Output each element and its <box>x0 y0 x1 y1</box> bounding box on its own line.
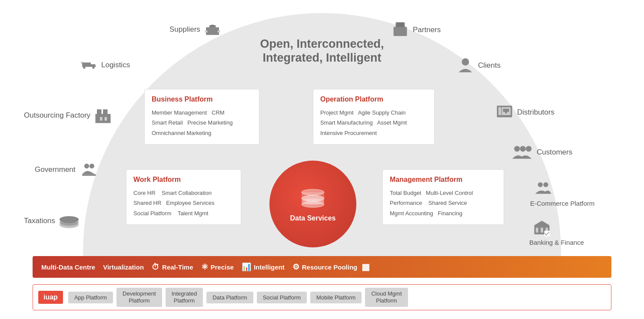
svg-rect-16 <box>394 27 407 36</box>
banking-icon <box>533 219 551 237</box>
ecommerce-text: E-Commerce Platform <box>530 199 594 208</box>
operation-platform-title: Operation Platform <box>320 95 427 103</box>
platform-row: iuap App Platform Development Platform I… <box>33 284 611 310</box>
bar-virtualization: Virtualization <box>103 263 144 271</box>
customers-icon <box>511 143 533 161</box>
suppliers-label: Suppliers <box>169 21 221 38</box>
svg-rect-5 <box>217 31 220 33</box>
bar-multi-data: Multi-Data Centre <box>41 263 95 271</box>
outsourcing-text: Outsourcing Factory <box>24 111 90 120</box>
government-text: Government <box>35 165 76 174</box>
partners-label: Partners <box>391 21 441 39</box>
suppliers-text: Suppliers <box>169 25 200 34</box>
mobile-platform-tag: Mobile Platform <box>310 292 362 303</box>
partners-icon <box>391 21 409 39</box>
customers-label: Customers <box>511 143 572 161</box>
svg-rect-29 <box>536 228 538 233</box>
svg-point-19 <box>462 58 469 66</box>
business-platform-box: Business Platform Member Management CRM … <box>144 89 259 145</box>
svg-point-12 <box>89 164 94 168</box>
svg-rect-2 <box>206 27 219 35</box>
distributors-text: Distributors <box>517 108 554 117</box>
customers-text: Customers <box>537 148 572 157</box>
main-container: Open, Interconnected,Integrated, Intelli… <box>0 0 644 319</box>
outsourcing-icon <box>94 106 112 125</box>
business-platform-content: Member Management CRM Smart Retail Preci… <box>152 108 252 138</box>
svg-point-1 <box>92 66 95 69</box>
svg-point-26 <box>538 182 543 187</box>
work-platform-content: Core HR Smart Collaboration Shared HR Em… <box>133 188 234 218</box>
bar-resource-pooling: ⚙ Resource Pooling ▦ <box>292 262 370 272</box>
svg-rect-30 <box>541 228 543 233</box>
social-platform-tag: Social Platform <box>257 292 307 303</box>
ecommerce-label: E-Commerce Platform <box>530 180 594 208</box>
taxations-icon <box>59 213 80 229</box>
banking-text: Banking & Finance <box>529 238 584 247</box>
svg-point-15 <box>60 216 79 223</box>
svg-rect-8 <box>103 109 108 115</box>
work-platform-title: Work Platform <box>133 176 234 184</box>
logistics-icon <box>80 56 98 74</box>
distributors-label: Distributors <box>495 103 554 122</box>
cloud-mgmt-platform-tag: Cloud Mgmt Platform <box>365 288 408 306</box>
svg-point-40 <box>302 189 324 195</box>
ecommerce-icon <box>534 180 552 198</box>
outsourcing-label: Outsourcing Factory <box>24 106 112 125</box>
management-platform-box: Management Platform Total Budget Multi-L… <box>382 169 504 225</box>
government-icon <box>79 161 97 179</box>
clients-label: Clients <box>456 56 501 75</box>
svg-point-23 <box>514 146 520 151</box>
partners-text: Partners <box>413 26 441 34</box>
svg-rect-7 <box>97 109 102 115</box>
svg-rect-9 <box>100 117 103 121</box>
svg-point-0 <box>83 66 86 69</box>
bar-intelligent: 📊 Intelligent <box>242 262 285 272</box>
development-platform-tag: Development Platform <box>116 288 162 306</box>
operation-platform-content: Project Mgmt Agile Supply Chain Smart Ma… <box>320 108 427 138</box>
bar-realtime: ⏱ Real-Time <box>152 263 193 272</box>
taxations-text: Taxations <box>24 217 55 225</box>
management-platform-title: Management Platform <box>390 176 497 184</box>
data-services-label: Data Services <box>290 214 336 222</box>
gradient-bar: Multi-Data Centre Virtualization ⏱ Real-… <box>33 256 611 278</box>
operation-platform-box: Operation Platform Project Mgmt Agile Su… <box>313 89 435 145</box>
business-platform-title: Business Platform <box>152 95 252 103</box>
svg-point-24 <box>520 146 526 151</box>
distributors-icon <box>495 103 514 122</box>
data-services-icon <box>300 186 326 212</box>
management-platform-content: Total Budget Multi-Level Control Perform… <box>390 188 497 218</box>
clients-text: Clients <box>478 61 501 70</box>
svg-point-27 <box>543 182 548 187</box>
government-label: Government <box>35 161 97 179</box>
bar-precise: ⚛ Precise <box>201 262 234 272</box>
logistics-text: Logistics <box>101 61 130 69</box>
iuap-label: iuap <box>38 291 63 304</box>
data-platform-tag: Data Platform <box>206 292 253 303</box>
taxations-label: Taxations <box>24 213 80 229</box>
svg-point-11 <box>84 164 89 168</box>
work-platform-box: Work Platform Core HR Smart Collaboratio… <box>126 169 241 225</box>
svg-rect-10 <box>105 117 107 121</box>
banking-label: Banking & Finance <box>529 219 584 247</box>
main-title: Open, Interconnected,Integrated, Intelli… <box>260 37 384 65</box>
integrated-platform-tag: Integrated Platform <box>166 288 203 306</box>
suppliers-icon <box>204 21 221 38</box>
data-services-circle: Data Services <box>269 161 356 247</box>
logistics-label: Logistics <box>80 56 130 74</box>
app-platform-tag: App Platform <box>68 292 113 303</box>
svg-point-25 <box>526 146 531 151</box>
clients-icon <box>456 56 475 75</box>
svg-rect-4 <box>205 31 207 33</box>
